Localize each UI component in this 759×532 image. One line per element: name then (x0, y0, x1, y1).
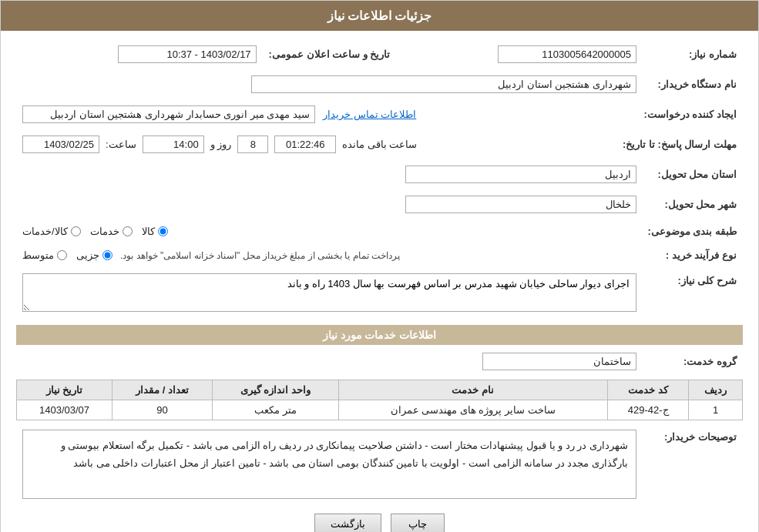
radio-kala-khadamat[interactable] (71, 226, 81, 236)
content-area: شماره نیاز: 1103005642000005 تاریخ و ساع… (1, 31, 758, 532)
ijad-label: ایجاد کننده درخواست: (637, 102, 743, 126)
radio-kala-item: کالا (142, 226, 168, 237)
tabaqe-table: طبقه بندی موضوعی: کالا/خدمات خدمات کالا (16, 223, 743, 240)
tarikh-value: 1403/02/17 - 10:37 (118, 45, 257, 63)
page-header: جزئیات اطلاعات نیاز (1, 1, 758, 31)
col-count: تعداد / مقدار (113, 380, 213, 400)
saat-mande-label: ساعت باقی مانده (342, 139, 417, 150)
table-row: 1 ج-42-429 ساخت سایر پروژه های مهندسی عم… (17, 400, 743, 420)
radio-jozi-item: جزیی (76, 249, 113, 261)
col-date: تاریخ نیاز (17, 380, 113, 400)
saat-label: ساعت: (106, 139, 136, 150)
farayand-note: پرداخت تمام یا بخشی از مبلغ خریداز محل "… (120, 250, 400, 261)
cell-name: ساخت سایر پروژه های مهندسی عمران (338, 400, 607, 420)
sharh-table: شرح کلی نیاز: اجرای دیوار ساحلی خیابان ش… (16, 270, 743, 317)
ijad-value: سید مهدی میر انوری حسابدار شهرداری هشتجی… (22, 105, 315, 123)
radio-jozi[interactable] (102, 250, 113, 260)
radio-mottaset[interactable] (57, 250, 67, 260)
saat-mande-value: 01:22:46 (274, 136, 336, 153)
radio-jozi-label: جزیی (76, 249, 99, 261)
cell-unit: متر مکعب (212, 400, 338, 420)
col-name: نام خدمت (338, 380, 607, 400)
tabaqe-label: طبقه بندی موضوعی: (641, 223, 743, 240)
mohlat-label: مهلت ارسال پاسخ: تا تاریخ: (616, 132, 743, 156)
farayand-table: نوع فرآیند خرید : متوسط جزیی (16, 246, 743, 264)
top-info-table: شماره نیاز: 1103005642000005 تاریخ و ساع… (16, 42, 743, 66)
saat-value: 14:00 (143, 136, 204, 153)
sharh-value[interactable]: اجرای دیوار ساحلی خیابان شهید مدرس بر اس… (22, 273, 636, 312)
shomara-value: 1103005642000005 (498, 45, 636, 63)
group-table: گروه خدمت: ساختمان (16, 350, 743, 373)
group-label: گروه خدمت: (643, 350, 743, 373)
ostan-label: استان محل تحویل: (643, 162, 743, 186)
cell-count: 90 (113, 400, 213, 420)
desc-table: توصیحات خریدار: شهرداری در رد و یا قبول … (16, 427, 743, 502)
dastgah-label: نام دستگاه خریدار: (643, 72, 743, 96)
shomara-label: شماره نیاز: (643, 42, 743, 66)
services-table: ردیف کد خدمت نام خدمت واحد اندازه گیری ت… (16, 380, 743, 420)
radio-kala-khadamat-item: کالا/خدمات (22, 226, 81, 237)
col-unit: واحد اندازه گیری (212, 380, 338, 400)
roz-label: روز و (210, 139, 232, 150)
ijad-table: ایجاد کننده درخواست: سید مهدی میر انوری … (16, 102, 743, 126)
radio-khadamat-label: خدمات (90, 226, 119, 237)
ostan-table: استان محل تحویل: اردبیل (16, 162, 743, 186)
cell-date: 1403/03/07 (17, 400, 113, 420)
radio-kala-khadamat-label: کالا/خدمات (22, 226, 68, 237)
radio-kala[interactable] (158, 226, 168, 236)
cell-code: ج-42-429 (607, 400, 689, 420)
group-value: ساختمان (482, 353, 636, 370)
shahr-table: شهر محل تحویل: خلخال (16, 192, 743, 216)
services-title: اطلاعات خدمات مورد نیاز (16, 325, 743, 345)
shahr-label: شهر محل تحویل: (643, 192, 743, 216)
button-row: چاپ بازگشت (16, 514, 743, 532)
radio-kala-label: کالا (142, 226, 155, 237)
dastgah-table: نام دستگاه خریدار: شهرداری هشتجین استان … (16, 72, 743, 96)
cell-radif: 1 (689, 400, 743, 420)
sharh-label: شرح کلی نیاز: (643, 270, 743, 317)
radio-mottaset-label: متوسط (22, 249, 54, 261)
col-radif: ردیف (689, 380, 743, 400)
page-wrapper: جزئیات اطلاعات نیاز شماره نیاز: 11030056… (0, 0, 759, 532)
radio-mottaset-item: متوسط (22, 249, 67, 261)
shahr-value: خلخال (405, 196, 636, 213)
mohlat-table: مهلت ارسال پاسخ: تا تاریخ: 1403/02/25 سا… (16, 132, 743, 156)
contact-info-link[interactable]: اطلاعات تماس خریدار (323, 109, 416, 120)
farayand-label: نوع فرآیند خرید : (643, 246, 743, 264)
desc-label: توصیحات خریدار: (643, 427, 743, 502)
radio-khadamat-item: خدمات (90, 226, 133, 237)
print-button[interactable]: چاپ (391, 514, 445, 532)
dastgah-value: شهرداری هشتجین استان اردبیل (251, 75, 636, 93)
roz-value: 8 (237, 136, 268, 153)
radio-khadamat[interactable] (123, 226, 133, 236)
ostan-value: اردبیل (405, 166, 636, 183)
tarikh-label: تاریخ و ساعت اعلان عمومی: (263, 42, 397, 66)
desc-value: شهرداری در رد و یا قبول پیشنهادات مختار … (22, 430, 636, 499)
page-title: جزئیات اطلاعات نیاز (327, 9, 432, 22)
col-code: کد خدمت (607, 380, 689, 400)
date-value: 1403/02/25 (22, 136, 99, 153)
back-button[interactable]: بازگشت (314, 514, 381, 532)
